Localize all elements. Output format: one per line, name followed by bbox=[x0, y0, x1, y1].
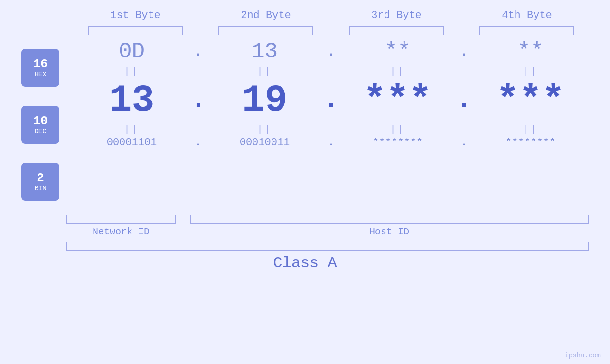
bin-cell-3: ******** bbox=[346, 137, 450, 149]
top-brackets-row bbox=[70, 26, 592, 35]
dec-badge-number: 10 bbox=[33, 114, 47, 128]
dec-row: 13 . 19 . *** . *** bbox=[66, 79, 596, 122]
class-label: Class A bbox=[273, 254, 337, 272]
equals-2-3: || bbox=[346, 124, 450, 135]
bin-badge-number: 2 bbox=[37, 171, 44, 185]
hex-cell-2: 13 bbox=[213, 39, 317, 64]
watermark: ipshu.com bbox=[564, 352, 601, 359]
host-bottom-bracket bbox=[190, 215, 589, 224]
class-label-row: Class A bbox=[0, 254, 610, 272]
dec-cell-3: *** bbox=[346, 79, 450, 122]
content-area: 16 HEX 10 DEC 2 BIN 0D . 13 . ** . ** bbox=[0, 39, 610, 210]
equals-1-2: || bbox=[213, 66, 317, 77]
bin-badge-label: BIN bbox=[34, 185, 46, 192]
equals-row-2: || || || || bbox=[66, 122, 596, 137]
byte-labels-row: 1st Byte 2nd Byte 3rd Byte 4th Byte bbox=[70, 9, 592, 21]
dec-cell-2: 19 bbox=[213, 79, 317, 122]
dec-dot-1: . bbox=[191, 87, 206, 114]
hex-cell-3: ** bbox=[346, 39, 450, 64]
bin-row: 00001101 . 00010011 . ******** . *******… bbox=[66, 137, 596, 149]
byte-label-3: 3rd Byte bbox=[344, 9, 449, 21]
bin-cell-2: 00010011 bbox=[213, 137, 317, 149]
hex-dot-2: . bbox=[324, 44, 338, 60]
byte-label-2: 2nd Byte bbox=[214, 9, 318, 21]
dec-dot-2: . bbox=[324, 87, 338, 114]
byte-label-1: 1st Byte bbox=[83, 9, 188, 21]
equals-1-4: || bbox=[479, 66, 583, 77]
top-bracket-3 bbox=[349, 26, 444, 35]
bottom-brackets-row bbox=[66, 215, 589, 224]
class-bracket-row bbox=[66, 242, 589, 251]
bin-cell-1: 00001101 bbox=[80, 137, 184, 149]
top-bracket-2 bbox=[218, 26, 313, 35]
hex-cell-1: 0D bbox=[80, 39, 184, 64]
byte-label-4: 4th Byte bbox=[475, 9, 579, 21]
bin-dot-3: . bbox=[457, 137, 471, 149]
bin-cell-4: ******** bbox=[479, 137, 583, 149]
hex-badge: 16 HEX bbox=[21, 49, 59, 87]
bottom-section: Network ID Host ID Class A bbox=[0, 215, 610, 272]
hex-row: 0D . 13 . ** . ** bbox=[66, 39, 596, 64]
hex-badge-number: 16 bbox=[33, 57, 47, 71]
dec-cell-1: 13 bbox=[80, 79, 184, 122]
class-bracket bbox=[66, 242, 589, 251]
dec-dot-3: . bbox=[457, 87, 471, 114]
network-bottom-bracket bbox=[66, 215, 176, 224]
top-bracket-1 bbox=[88, 26, 183, 35]
equals-2-4: || bbox=[479, 124, 583, 135]
host-id-label: Host ID bbox=[190, 226, 589, 237]
values-grid: 0D . 13 . ** . ** || || || || 13 bbox=[66, 39, 610, 210]
top-bracket-4 bbox=[479, 26, 574, 35]
dec-badge: 10 DEC bbox=[21, 106, 59, 144]
dec-cell-4: *** bbox=[479, 79, 583, 122]
equals-1-3: || bbox=[346, 66, 450, 77]
bin-dot-2: . bbox=[324, 137, 338, 149]
equals-row-1: || || || || bbox=[66, 64, 596, 79]
main-container: 1st Byte 2nd Byte 3rd Byte 4th Byte 16 H… bbox=[0, 0, 610, 364]
network-id-label: Network ID bbox=[66, 226, 176, 237]
hex-dot-1: . bbox=[191, 44, 206, 60]
badges-column: 16 HEX 10 DEC 2 BIN bbox=[0, 39, 66, 210]
equals-1-1: || bbox=[80, 66, 184, 77]
dec-badge-label: DEC bbox=[34, 128, 46, 135]
network-host-labels: Network ID Host ID bbox=[66, 226, 589, 237]
hex-cell-4: ** bbox=[479, 39, 583, 64]
bin-badge: 2 BIN bbox=[21, 163, 59, 201]
equals-2-1: || bbox=[80, 124, 184, 135]
bin-dot-1: . bbox=[191, 137, 206, 149]
hex-badge-label: HEX bbox=[34, 71, 46, 78]
equals-2-2: || bbox=[213, 124, 317, 135]
hex-dot-3: . bbox=[457, 44, 471, 60]
